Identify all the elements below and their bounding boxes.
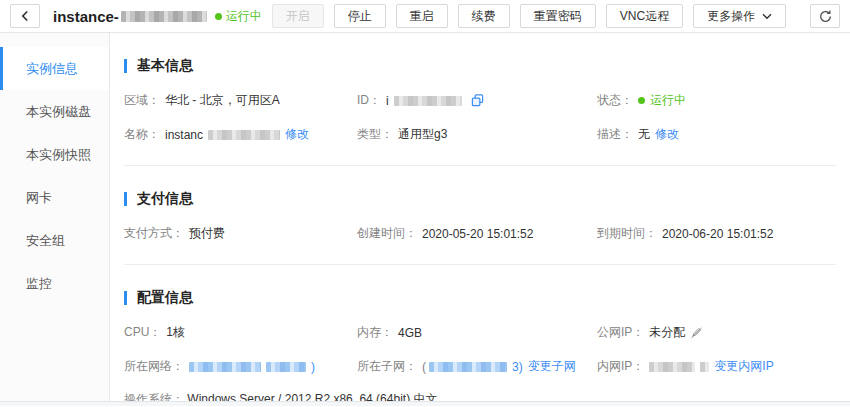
modify-name-link[interactable]: 修改 (285, 126, 309, 143)
status-dot-icon (215, 13, 222, 20)
subnet-suffix: 3) (512, 360, 523, 374)
basic-info-row-2: 名称： instanc 修改 类型： 通用型g3 描述： 无 修改 (124, 126, 836, 143)
payment-info-title: 支付信息 (137, 190, 193, 208)
section-bar-icon (124, 192, 127, 206)
expire-time-value: 2020-06-20 15:01:52 (662, 227, 773, 241)
chevron-left-icon (20, 10, 30, 22)
redacted-private-ip-2 (700, 362, 709, 372)
basic-info-row-1: 区域： 华北 - 北京，可用区A ID： i 状态： 运行中 (124, 92, 836, 109)
type-label: 类型： (357, 126, 393, 143)
name-label: 名称： (124, 126, 160, 143)
status-dot-icon (638, 97, 645, 104)
section-bar-icon (124, 59, 127, 73)
power-on-button[interactable]: 开启 (272, 4, 324, 28)
sidebar-item-security-group[interactable]: 安全组 (0, 219, 109, 262)
more-actions-label: 更多操作 (707, 8, 755, 25)
back-button[interactable] (10, 4, 40, 28)
os-line-1: 操作系统： Windows Server / 2012 R2 x86_64 (6… (124, 391, 836, 401)
region-label: 区域： (124, 92, 160, 109)
network-field: 所在网络： ) (124, 358, 357, 375)
reset-password-button[interactable]: 重置密码 (520, 4, 596, 28)
cpu-value: 1核 (166, 324, 185, 341)
public-ip-value: 未分配 (649, 324, 685, 341)
redacted-network-id (266, 362, 306, 372)
config-info-row-1: CPU： 1核 内存： 4GB 公网IP： 未分配 (124, 324, 836, 341)
region-field: 区域： 华北 - 北京，可用区A (124, 92, 357, 109)
status-field: 状态： 运行中 (597, 92, 836, 109)
region-value: 华北 - 北京，可用区A (165, 92, 280, 109)
network-suffix: ) (311, 360, 315, 374)
edit-public-ip-icon[interactable] (690, 326, 703, 339)
subnet-prefix: ( (422, 360, 426, 374)
os-field: 操作系统： Windows Server / 2012 R2 x86_64 (6… (124, 391, 836, 401)
status-label: 运行中 (226, 8, 262, 25)
description-label: 描述： (597, 126, 633, 143)
section-divider (124, 165, 836, 166)
memory-field: 内存： 4GB (357, 324, 597, 341)
sidebar-item-nic[interactable]: 网卡 (0, 176, 109, 219)
redacted-subnet-name (429, 362, 507, 372)
subnet-label: 所在子网： (357, 358, 417, 375)
cpu-label: CPU： (124, 324, 161, 341)
redacted-network-name (189, 362, 261, 372)
network-label: 所在网络： (124, 358, 184, 375)
type-value: 通用型g3 (398, 126, 447, 143)
status-field-label: 状态： (597, 92, 633, 109)
redacted-instance-id (121, 11, 207, 22)
page-title: instance- (53, 8, 207, 25)
config-info-title: 配置信息 (137, 289, 193, 307)
main-panel: 基本信息 区域： 华北 - 北京，可用区A ID： i 状态： (110, 33, 850, 401)
sidebar-item-instance-info[interactable]: 实例信息 (0, 47, 109, 90)
instance-id-label: ID： (357, 92, 381, 109)
sidebar-item-snapshots[interactable]: 本实例快照 (0, 133, 109, 176)
sidebar-item-disks[interactable]: 本实例磁盘 (0, 90, 109, 133)
os-label: 操作系统： (124, 392, 184, 401)
status-badge: 运行中 (215, 8, 262, 25)
expire-time-field: 到期时间： 2020-06-20 15:01:52 (597, 225, 836, 242)
cpu-field: CPU： 1核 (124, 324, 357, 341)
topbar: instance- 运行中 开启 停止 重启 续费 重置密码 VNC远程 更多操… (0, 0, 850, 33)
section-bar-icon (124, 291, 127, 305)
modify-description-link[interactable]: 修改 (655, 126, 679, 143)
instance-id-field: ID： i (357, 92, 597, 109)
type-field: 类型： 通用型g3 (357, 126, 597, 143)
more-actions-button[interactable]: 更多操作 (693, 4, 786, 28)
renew-button[interactable]: 续费 (458, 4, 510, 28)
status-field-value: 运行中 (638, 92, 686, 109)
subnet-field: 所在子网： ( 3) 变更子网 (357, 358, 597, 375)
section-divider (124, 264, 836, 265)
refresh-icon (818, 9, 833, 24)
pay-method-label: 支付方式： (124, 225, 184, 242)
config-info-row-2: 所在网络： ) 所在子网： ( 3) 变更子网 内网IP： 变更内网IP (124, 358, 836, 375)
restart-button[interactable]: 重启 (396, 4, 448, 28)
redacted-name-value (208, 130, 280, 140)
change-subnet-link[interactable]: 变更子网 (528, 358, 576, 375)
memory-label: 内存： (357, 324, 393, 341)
copy-icon[interactable] (471, 94, 484, 107)
created-time-field: 创建时间： 2020-05-20 15:01:52 (357, 225, 597, 242)
page-footer-strip (0, 402, 850, 406)
sidebar-item-monitoring[interactable]: 监控 (0, 262, 109, 305)
stop-button[interactable]: 停止 (334, 4, 386, 28)
expire-time-label: 到期时间： (597, 225, 657, 242)
created-time-label: 创建时间： (357, 225, 417, 242)
name-field: 名称： instanc 修改 (124, 126, 357, 143)
public-ip-label: 公网IP： (597, 324, 644, 341)
sidebar: 实例信息 本实例磁盘 本实例快照 网卡 安全组 监控 (0, 33, 110, 401)
page-title-text: instance- (53, 8, 119, 25)
pay-method-field: 支付方式： 预付费 (124, 225, 357, 242)
description-value: 无 (638, 126, 650, 143)
content-area: 实例信息 本实例磁盘 本实例快照 网卡 安全组 监控 基本信息 区域： 华北 -… (0, 33, 850, 402)
description-field: 描述： 无 修改 (597, 126, 836, 143)
refresh-button[interactable] (810, 4, 840, 28)
os-value: Windows Server / 2012 R2 x86_64 (64bit) … (187, 392, 437, 401)
basic-info-header: 基本信息 (124, 57, 836, 75)
private-ip-label: 内网IP： (597, 358, 644, 375)
redacted-instance-id-value (394, 96, 462, 106)
public-ip-field: 公网IP： 未分配 (597, 324, 836, 341)
pay-method-value: 预付费 (189, 225, 225, 242)
payment-info-header: 支付信息 (124, 190, 836, 208)
change-private-ip-link[interactable]: 变更内网IP (714, 358, 773, 375)
vnc-remote-button[interactable]: VNC远程 (606, 4, 683, 28)
memory-value: 4GB (398, 326, 422, 340)
